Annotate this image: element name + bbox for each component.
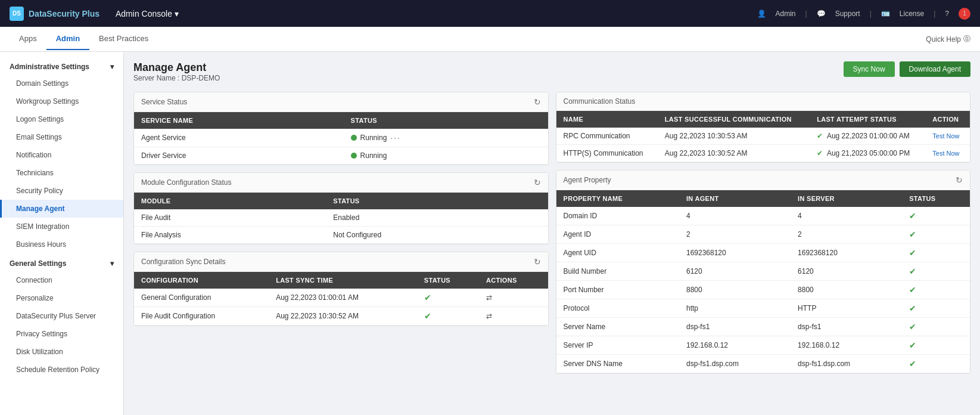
prop-agent-id-agent: 2 — [679, 225, 791, 244]
notification-bell[interactable]: 1 — [959, 8, 970, 20]
https-test-now-button[interactable]: Test Now — [932, 150, 959, 157]
sidebar-item-connection[interactable]: Connection — [0, 271, 123, 289]
sync-action-icon[interactable]: ⇄ — [486, 293, 492, 302]
server-name-label: Server Name : — [133, 74, 179, 82]
tab-bar: Apps Admin Best Practices Quick Help ⓪ — [0, 27, 980, 52]
service-status-table: SERVICE NAME STATUS Agent Service R — [134, 112, 548, 165]
prop-server-ip: Server IP — [556, 336, 679, 355]
top-header: DS DataSecurity Plus Admin Console ▾ 👤 A… — [0, 0, 980, 27]
content-area: Manage Agent Server Name : DSP-DEMO Sync… — [124, 52, 980, 415]
col-last-sync-time: LAST SYNC TIME — [269, 272, 417, 289]
table-row: RPC Communication Aug 22,2023 10:30:53 A… — [556, 128, 970, 145]
admin-label[interactable]: Admin — [776, 10, 796, 18]
config-sync-table: CONFIGURATION LAST SYNC TIME STATUS ACTI… — [134, 272, 548, 326]
file-audit-config-name: File Audit Configuration — [134, 307, 269, 326]
check-circle-icon: ✔ — [909, 248, 916, 258]
check-circle-icon: ✔ — [909, 303, 916, 313]
agent-property-refresh-icon[interactable]: ↻ — [956, 175, 963, 185]
config-sync-header: Configuration Sync Details ↻ — [134, 252, 548, 272]
communication-status-table: NAME LAST SUCCESSFUL COMMUNICATION LAST … — [556, 111, 970, 162]
communication-status-header: Communication Status — [556, 92, 970, 111]
sidebar-item-schedule-retention-policy[interactable]: Schedule Retention Policy — [0, 361, 123, 379]
agent-service-status: Running ··· — [344, 129, 548, 147]
driver-service-name: Driver Service — [134, 147, 344, 165]
tab-best-practices[interactable]: Best Practices — [89, 28, 158, 50]
tab-admin[interactable]: Admin — [46, 28, 89, 50]
config-sync-refresh-icon[interactable]: ↻ — [534, 257, 541, 267]
col-status: STATUS — [344, 112, 548, 129]
rpc-test-now-button[interactable]: Test Now — [932, 132, 959, 140]
driver-service-status: Running — [344, 147, 548, 165]
prop-build-number-status: ✔ — [902, 262, 970, 281]
service-status-refresh-icon[interactable]: ↻ — [534, 97, 541, 107]
sidebar-item-business-hours[interactable]: Business Hours — [0, 236, 123, 253]
quick-help-button[interactable]: Quick Help ⓪ — [926, 34, 970, 44]
sidebar-item-notification[interactable]: Notification — [0, 146, 123, 164]
col-prop-status: STATUS — [902, 190, 970, 207]
download-agent-button[interactable]: Download Agent — [900, 61, 970, 77]
general-config-status: ✔ — [417, 289, 479, 307]
prop-protocol-server: HTTP — [791, 299, 902, 318]
col-service-name: SERVICE NAME — [134, 112, 344, 129]
table-row: Agent UID 1692368120 1692368120 ✔ — [556, 244, 970, 262]
sidebar-item-privacy-settings[interactable]: Privacy Settings — [0, 325, 123, 343]
license-label[interactable]: License — [900, 10, 924, 18]
main-layout: Administrative Settings ▾ Domain Setting… — [0, 52, 980, 415]
sidebar-item-security-policy[interactable]: Security Policy — [0, 182, 123, 200]
module-config-refresh-icon[interactable]: ↻ — [534, 178, 541, 187]
sync-now-button[interactable]: Sync Now — [844, 61, 895, 77]
dropdown-arrow-icon: ▾ — [175, 9, 179, 18]
table-row: File Analysis Not Configured — [134, 227, 548, 244]
table-row: Build Number 6120 6120 ✔ — [556, 262, 970, 281]
config-sync-title: Configuration Sync Details — [141, 258, 225, 266]
col-in-server: IN SERVER — [791, 190, 902, 207]
agent-property-header: Agent Property ↻ — [556, 171, 970, 190]
prop-agent-uid-status: ✔ — [902, 244, 970, 262]
sync-action-icon[interactable]: ⇄ — [486, 312, 492, 320]
service-status-title: Service Status — [141, 98, 187, 106]
sidebar-item-domain-settings[interactable]: Domain Settings — [0, 75, 123, 92]
table-row: Server Name dsp-fs1 dsp-fs1 ✔ — [556, 318, 970, 336]
admin-user-icon: 👤 — [757, 10, 766, 18]
admin-console-label: Admin Console — [116, 9, 172, 18]
admin-console-button[interactable]: Admin Console ▾ — [111, 7, 183, 21]
support-label[interactable]: Support — [835, 10, 860, 18]
sidebar-item-workgroup-settings[interactable]: Workgroup Settings — [0, 92, 123, 110]
sidebar-item-datasecurity-plus-server[interactable]: DataSecurity Plus Server — [0, 307, 123, 325]
table-row: Domain ID 4 4 ✔ — [556, 207, 970, 225]
top-right-nav: 👤 Admin | 💬 Support | 🪪 License | ? 1 — [757, 8, 970, 20]
check-circle-icon: ✔ — [909, 211, 916, 221]
module-config-header: Module Configuration Status ↻ — [134, 173, 548, 193]
agent-property-card: Agent Property ↻ PROPERTY NAME IN AGENT … — [556, 170, 971, 374]
prop-server-name-status: ✔ — [902, 318, 970, 336]
green-check-icon: ✔ — [817, 149, 823, 157]
file-analysis-status: Not Configured — [326, 227, 547, 244]
more-options-icon[interactable]: ··· — [390, 133, 401, 143]
admin-settings-label: Administrative Settings — [10, 63, 89, 71]
prop-agent-uid-server: 1692368120 — [791, 244, 902, 262]
sidebar-item-email-settings[interactable]: Email Settings — [0, 128, 123, 146]
file-audit-config-action: ⇄ — [479, 307, 548, 326]
sidebar-item-logon-settings[interactable]: Logon Settings — [0, 110, 123, 128]
check-circle-icon: ✔ — [424, 311, 431, 321]
check-circle-icon: ✔ — [909, 267, 916, 276]
tab-apps[interactable]: Apps — [10, 28, 46, 50]
sidebar-item-disk-utilization[interactable]: Disk Utilization — [0, 343, 123, 361]
table-row: Port Number 8800 8800 ✔ — [556, 281, 970, 299]
sidebar-item-technicians[interactable]: Technicians — [0, 164, 123, 182]
sidebar-item-personalize[interactable]: Personalize — [0, 289, 123, 307]
communication-status-title: Communication Status — [564, 97, 636, 106]
col-in-agent: IN AGENT — [679, 190, 791, 207]
sidebar-item-siem-integration[interactable]: SIEM Integration — [0, 218, 123, 236]
help-label[interactable]: ? — [945, 10, 949, 18]
https-action: Test Now — [925, 145, 970, 162]
module-config-card: Module Configuration Status ↻ MODULE STA… — [133, 172, 549, 244]
admin-settings-header[interactable]: Administrative Settings ▾ — [0, 57, 123, 75]
general-settings-header[interactable]: General Settings ▾ — [0, 253, 123, 271]
prop-server-dns: Server DNS Name — [556, 355, 679, 373]
content-grid: Service Status ↻ SERVICE NAME STATUS — [133, 92, 970, 374]
sidebar-item-manage-agent[interactable]: Manage Agent — [0, 200, 123, 218]
license-icon: 🪪 — [881, 10, 890, 18]
check-circle-icon: ✔ — [909, 340, 916, 350]
check-circle-icon: ✔ — [909, 322, 916, 332]
